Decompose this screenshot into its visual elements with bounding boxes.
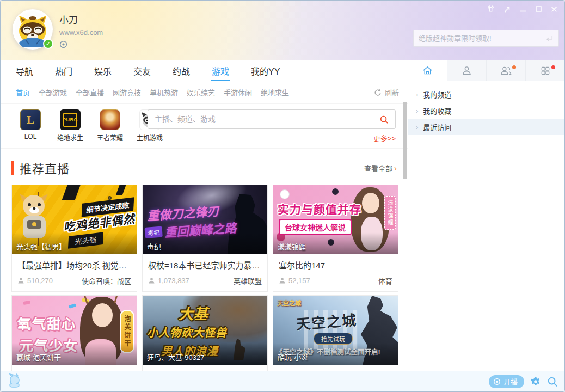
game-shortcuts: L LOL PUBG 绝地求生 王者荣耀 xyxy=(1,104,408,149)
window-controls xyxy=(486,4,558,14)
subnav-all-live[interactable]: 全部直播 xyxy=(76,87,104,97)
live-title: 塞尔比的147 xyxy=(279,259,392,271)
sidebar-item-my-favorites[interactable]: 我的收藏 xyxy=(408,102,564,119)
maximize-icon[interactable] xyxy=(535,5,542,13)
broadcast-notice-input[interactable] xyxy=(419,34,545,42)
chevron-right-icon xyxy=(394,164,397,172)
live-card[interactable]: 天空之城 天空之城 抢先试玩 《天空之城》不删档测试全面开启! 酷玩-小炎 端游… xyxy=(273,295,398,371)
theme-skin-icon[interactable] xyxy=(486,4,495,14)
broadcast-notice-field[interactable] xyxy=(413,30,559,47)
honor-of-kings-icon xyxy=(100,109,120,130)
sidebar-item-recent-visits[interactable]: 最近访问 xyxy=(408,119,564,135)
vertical-scrollbar[interactable] xyxy=(403,102,407,179)
enter-icon[interactable] xyxy=(545,35,554,42)
subnav-mobile-games[interactable]: 手游休闲 xyxy=(224,87,252,97)
live-card[interactable]: 实力与颜值并存 台球女神迷人解说 漾漾锦鲤 漾漾锦鲤 塞尔比的147 52,15… xyxy=(273,185,398,292)
streamer-name: 狂鸟、大基-90327 xyxy=(143,343,267,365)
sidebar-tabs xyxy=(408,60,564,81)
minimize-icon[interactable] xyxy=(519,5,527,13)
live-category: 体育 xyxy=(378,275,392,286)
username: 小刀 xyxy=(59,13,78,26)
live-category: 使命召唤：战区 xyxy=(82,275,131,286)
refresh-icon xyxy=(374,89,382,96)
live-card[interactable]: 细节决定成败 吃鸡绝非偶然 光头强 光头强【猛男】 【最强单排】场均20杀 视觉… xyxy=(11,185,137,292)
live-thumbnail[interactable]: 细节决定成败 吃鸡绝非偶然 光头强 光头强【猛男】 xyxy=(12,185,137,254)
yy-paw-mascot-icon[interactable] xyxy=(7,373,29,390)
shortcut-honor-of-kings[interactable]: 王者荣耀 xyxy=(95,109,125,148)
settings-gear-icon[interactable] xyxy=(530,376,541,387)
right-sidebar: 我的频道 我的收藏 最近访问 xyxy=(408,60,564,371)
header: ✓ 小刀 www.x6d.com xyxy=(1,1,564,60)
live-title: 【最强单排】场均20杀 视觉盛宴 xyxy=(17,259,131,271)
viewer-count: 52,157 xyxy=(279,277,310,285)
subnav-pubg[interactable]: 绝地求生 xyxy=(261,87,289,97)
refresh-button[interactable]: 刷新 xyxy=(374,87,399,97)
live-card[interactable]: 重做刀之锋刃 毒纪 重回巅峰之路 毒纪 权杖=18本书已经宗师实力暴涨... 1… xyxy=(142,185,268,292)
live-card[interactable]: 大基 小人物砍大怪兽 男人的浪漫 狂鸟、大基-90327 怪物猎人世界迷惑行为大… xyxy=(142,295,268,371)
subnav-all-games[interactable]: 全部游戏 xyxy=(39,87,67,97)
streamer-name: 光头强【猛男】 xyxy=(12,232,137,254)
search-icon[interactable] xyxy=(379,115,389,124)
live-card-grid: 细节决定成败 吃鸡绝非偶然 光头强 光头强【猛男】 【最强单排】场均20杀 视觉… xyxy=(1,185,408,371)
tab-my-yy[interactable]: 我的YY xyxy=(251,60,280,81)
mini-mode-icon[interactable] xyxy=(503,5,511,13)
subnav-variety[interactable]: 娱乐综艺 xyxy=(187,87,215,97)
tab-games[interactable]: 游戏 xyxy=(212,60,229,81)
streamer-name: 酷玩-小炎 xyxy=(273,343,398,365)
grid-icon xyxy=(540,65,551,76)
live-card[interactable]: 氧气甜心 元气少女 泡芙饼干 赢城-泡芙饼干 1号心动女生 xyxy=(11,295,137,371)
viewer-count: 510,270 xyxy=(17,277,53,285)
streamer-name: 赢城-泡芙饼干 xyxy=(12,343,137,365)
sidebar-menu: 我的频道 我的收藏 最近访问 xyxy=(408,81,564,135)
subnav-pc-games[interactable]: 单机热游 xyxy=(150,87,178,97)
secondary-nav: 首页 全部游戏 全部直播 网游竞技 单机热游 娱乐综艺 手游休闲 绝地求生 刷新 xyxy=(1,81,408,104)
subnav-home[interactable]: 首页 xyxy=(16,87,30,97)
view-all-link[interactable]: 查看全部 xyxy=(364,163,397,173)
tab-home[interactable] xyxy=(408,60,447,81)
user-avatar[interactable]: ✓ xyxy=(13,9,53,50)
sidebar-item-my-channels[interactable]: 我的频道 xyxy=(408,86,564,102)
search-input[interactable] xyxy=(155,115,379,124)
notification-dot xyxy=(512,65,516,69)
more-link[interactable]: 更多>> xyxy=(148,133,396,143)
search-field[interactable] xyxy=(148,109,396,129)
viewer-icon xyxy=(279,277,286,284)
shortcut-lol[interactable]: L LOL xyxy=(16,109,45,148)
tab-navigation[interactable]: 导航 xyxy=(16,60,33,81)
live-category: 英雄联盟 xyxy=(234,275,262,286)
main-content: 导航 热门 娱乐 交友 约战 游戏 我的YY 首页 全部游戏 全部直播 网游竞技… xyxy=(1,60,408,371)
chevron-right-icon xyxy=(416,91,418,98)
section-header: 推荐直播 查看全部 xyxy=(1,149,408,185)
global-search-icon[interactable] xyxy=(547,376,558,387)
record-icon xyxy=(493,378,501,385)
subnav-online-games[interactable]: 网游竞技 xyxy=(113,87,141,97)
verified-badge-icon: ✓ xyxy=(43,39,53,49)
home-icon xyxy=(422,65,433,76)
section-title: 推荐直播 xyxy=(20,159,70,176)
user-website: www.x6d.com xyxy=(59,28,103,36)
live-thumbnail[interactable]: 天空之城 天空之城 抢先试玩 《天空之城》不删档测试全面开启! 酷玩-小炎 xyxy=(273,296,398,365)
visibility-status-icon[interactable] xyxy=(59,40,67,51)
footer-actions: 开播 xyxy=(489,375,558,388)
notification-dot xyxy=(551,65,555,69)
tab-hot[interactable]: 热门 xyxy=(55,60,72,81)
tab-entertainment[interactable]: 娱乐 xyxy=(94,60,112,81)
live-thumbnail[interactable]: 重做刀之锋刃 毒纪 重回巅峰之路 毒纪 xyxy=(143,185,267,254)
tab-friends-list[interactable] xyxy=(486,60,525,81)
streamer-name: 毒纪 xyxy=(143,232,267,254)
footer-bar: 开播 xyxy=(1,371,564,391)
live-thumbnail[interactable]: 氧气甜心 元气少女 泡芙饼干 赢城-泡芙饼干 xyxy=(12,296,137,365)
viewer-icon xyxy=(148,277,155,284)
streamer-name: 漾漾锦鲤 xyxy=(273,232,398,254)
start-live-button[interactable]: 开播 xyxy=(489,375,524,388)
shortcut-pubg[interactable]: PUBG 绝地求生 xyxy=(56,109,85,148)
close-icon[interactable] xyxy=(550,5,558,13)
tab-apps[interactable] xyxy=(525,60,564,81)
tab-friends[interactable]: 交友 xyxy=(133,60,151,81)
tab-contacts[interactable] xyxy=(447,60,486,81)
live-thumbnail[interactable]: 实力与颜值并存 台球女神迷人解说 漾漾锦鲤 漾漾锦鲤 xyxy=(273,185,398,254)
live-thumbnail[interactable]: 大基 小人物砍大怪兽 男人的浪漫 狂鸟、大基-90327 xyxy=(143,296,267,365)
tab-match[interactable]: 约战 xyxy=(173,60,190,81)
pubg-icon: PUBG xyxy=(60,109,81,130)
yy-client-window: ✓ 小刀 www.x6d.com 导航 热门 娱乐 交友 约战 游戏 我的YY … xyxy=(0,0,565,392)
